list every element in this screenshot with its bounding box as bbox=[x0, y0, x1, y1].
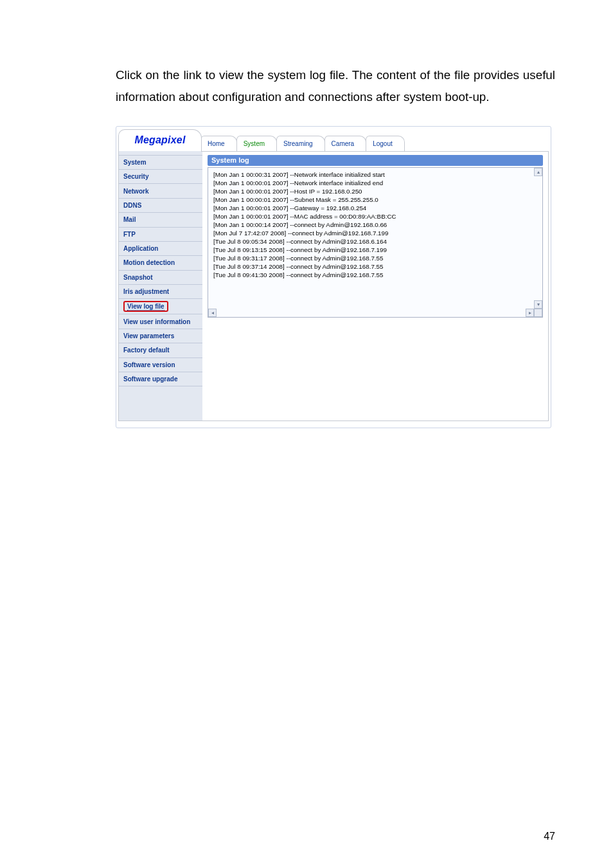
sidebar-item-iris[interactable]: Iris adjustment bbox=[119, 285, 202, 299]
panel-title: System log bbox=[208, 155, 543, 166]
log-line: [Mon Jan 1 00:00:14 2007] --connect by A… bbox=[213, 221, 533, 229]
log-line: [Tue Jul 8 09:05:34 2008] --connect by A… bbox=[213, 237, 533, 246]
scroll-corner bbox=[534, 309, 542, 317]
log-line: [Tue Jul 8 09:31:17 2008] --connect by A… bbox=[213, 254, 533, 262]
tab-home[interactable]: Home bbox=[200, 136, 237, 151]
tab-system[interactable]: System bbox=[236, 136, 277, 151]
brand-text: Megapixel bbox=[134, 134, 185, 146]
app-panel: Megapixel Home System Streaming Camera L… bbox=[116, 126, 551, 428]
tab-logout[interactable]: Logout bbox=[366, 136, 405, 151]
tab-filler bbox=[405, 136, 549, 151]
log-line: [Tue Jul 8 09:37:14 2008] --connect by A… bbox=[213, 262, 533, 271]
log-line: [Tue Jul 8 09:41:30 2008] --connect by A… bbox=[213, 271, 533, 279]
log-line: [Mon Jan 1 00:00:01 2007] --Gateway = 19… bbox=[213, 204, 533, 212]
log-box: [Mon Jan 1 00:00:31 2007] --Network inte… bbox=[208, 167, 543, 318]
sidebar-item-motion[interactable]: Motion detection bbox=[119, 256, 202, 270]
sidebar-item-security[interactable]: Security bbox=[119, 170, 202, 184]
sidebar-item-network[interactable]: Network bbox=[119, 184, 202, 198]
sidebar-item-params[interactable]: View parameters bbox=[119, 329, 202, 343]
tab-strip: Home System Streaming Camera Logout bbox=[201, 129, 549, 152]
sidebar-item-ddns[interactable]: DDNS bbox=[119, 199, 202, 213]
sidebar-item-swup[interactable]: Software upgrade bbox=[119, 372, 202, 386]
scroll-down-icon[interactable]: ▾ bbox=[534, 300, 542, 309]
tab-streaming[interactable]: Streaming bbox=[276, 136, 325, 151]
log-line: [Mon Jan 1 00:00:01 2007] --Subnet Mask … bbox=[213, 195, 533, 204]
log-line: [Mon Jan 1 00:00:01 2007] --MAC address … bbox=[213, 212, 533, 221]
log-line: [Mon Jan 1 00:00:01 2007] --Host IP = 19… bbox=[213, 187, 533, 195]
sidebar-item-viewlog-label: View log file bbox=[127, 303, 164, 311]
sidebar: System Security Network DDNS Mail FTP Ap… bbox=[119, 151, 202, 420]
brand-logo: Megapixel bbox=[118, 129, 202, 151]
sidebar-item-system[interactable]: System bbox=[119, 155, 202, 170]
log-line: [Mon Jul 7 17:42:07 2008] --connect by A… bbox=[213, 229, 533, 237]
sidebar-item-viewlog[interactable]: View log file bbox=[119, 299, 202, 314]
scroll-right-icon[interactable]: ▸ bbox=[526, 309, 534, 317]
content-area: System log [Mon Jan 1 00:00:31 2007] --N… bbox=[202, 151, 548, 420]
intro-paragraph: Click on the link to view the system log… bbox=[116, 64, 555, 108]
sidebar-item-mail[interactable]: Mail bbox=[119, 213, 202, 227]
page-number: 47 bbox=[544, 831, 555, 842]
scroll-up-icon[interactable]: ▴ bbox=[534, 168, 542, 176]
log-line: [Mon Jan 1 00:00:31 2007] --Network inte… bbox=[213, 170, 533, 179]
tab-camera[interactable]: Camera bbox=[324, 136, 367, 151]
sidebar-item-userinfo[interactable]: View user information bbox=[119, 314, 202, 329]
scroll-left-icon[interactable]: ◂ bbox=[208, 309, 217, 317]
header-row: Megapixel Home System Streaming Camera L… bbox=[118, 129, 549, 151]
app-body: System Security Network DDNS Mail FTP Ap… bbox=[118, 151, 549, 421]
sidebar-item-application[interactable]: Application bbox=[119, 242, 202, 256]
sidebar-item-swver[interactable]: Software version bbox=[119, 358, 202, 372]
sidebar-item-snapshot[interactable]: Snapshot bbox=[119, 271, 202, 285]
log-line: [Mon Jan 1 00:00:01 2007] --Network inte… bbox=[213, 179, 533, 187]
sidebar-item-ftp[interactable]: FTP bbox=[119, 228, 202, 242]
log-line: [Tue Jul 8 09:13:15 2008] --connect by A… bbox=[213, 246, 533, 254]
sidebar-item-factory[interactable]: Factory default bbox=[119, 343, 202, 357]
